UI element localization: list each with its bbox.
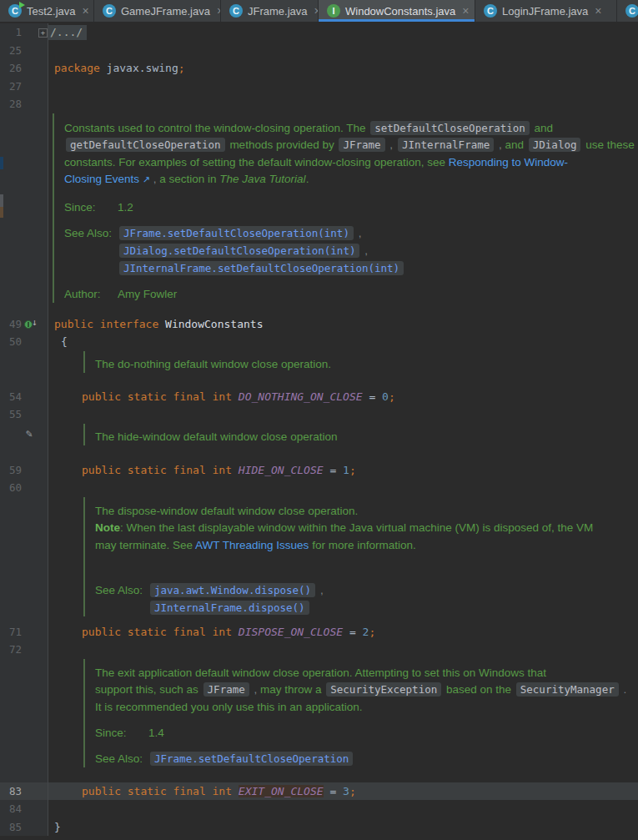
rendered-javadoc: Constants used to control the window-clo… — [53, 113, 638, 303]
doc-tag-label: See Also: — [64, 224, 118, 242]
class-icon: C — [229, 4, 243, 18]
rendered-javadoc: The hide-window default window close ope… — [83, 424, 638, 446]
doc-text: 1.2 — [118, 201, 133, 214]
tab-gamejframe-java[interactable]: CGameJFrame.java× — [94, 0, 221, 22]
code-line-content[interactable] — [48, 800, 638, 818]
tab-jframe-java[interactable]: CJFrame.java× — [221, 0, 319, 22]
edit-comment-pencil-icon[interactable]: ✎ — [26, 428, 33, 439]
class-icon: C — [103, 4, 116, 18]
code-line-content[interactable]: public static final int HIDE_ON_CLOSE = … — [48, 461, 638, 480]
doc-text-italic: The Java Tutorial — [219, 173, 305, 185]
gutter: 54 — [0, 388, 48, 406]
gutter: 83 — [0, 782, 48, 801]
see-also-link[interactable]: JInternalFrame.setDefaultCloseOperation(… — [119, 261, 404, 275]
see-also-link[interactable]: JFrame.setDefaultCloseOperation — [150, 752, 353, 766]
doc-comment-content[interactable]: Constants used to control the window-clo… — [48, 113, 638, 315]
tab-test2-java[interactable]: CTest2.java× — [0, 0, 94, 22]
doc-paragraph-line: The dispose-window default window close … — [95, 503, 638, 521]
tab-loginjframe-java[interactable]: CLoginJFrame.java× — [475, 0, 617, 22]
code-line-content[interactable] — [48, 405, 638, 424]
code-line-content[interactable]: { — [48, 333, 638, 351]
gutter — [0, 659, 48, 782]
tab-close-icon[interactable]: × — [595, 5, 601, 17]
line-number: 71 — [0, 623, 22, 641]
code-punctuation: ; — [369, 626, 375, 638]
see-also-link[interactable]: java.awt.Window.dispose() — [150, 583, 315, 597]
doc-text: : When the last displayable window withi… — [120, 521, 593, 534]
doc-text: and — [531, 122, 553, 134]
see-also-link[interactable]: JFrame.setDefaultCloseOperation(int) — [119, 226, 354, 240]
doc-text: and — [505, 138, 527, 151]
doc-text: The hide-window default window close ope… — [95, 430, 337, 443]
code-line-content[interactable] — [48, 42, 638, 60]
doc-comment-block: The dispose-window default window close … — [0, 497, 638, 623]
tab-close-icon[interactable]: × — [462, 5, 469, 17]
doc-comment-content[interactable]: The do-nothing default window close oper… — [48, 351, 638, 388]
doc-separator: , — [251, 683, 260, 696]
doc-paragraph-line: Note: When the last displayable window w… — [95, 520, 638, 537]
doc-paragraph-line: The exit application default window clos… — [95, 665, 638, 682]
fold-expand-icon[interactable]: + — [38, 28, 48, 38]
gutter: 72 — [0, 641, 48, 659]
doc-comment-content[interactable]: The dispose-window default window close … — [48, 497, 638, 623]
gutter: 49↓ — [0, 315, 48, 334]
see-also-link[interactable]: JInternalFrame.dispose() — [150, 601, 309, 615]
doc-comment-block: The exit application default window clos… — [0, 659, 638, 782]
doc-spacer — [64, 189, 638, 199]
doc-comment-content[interactable]: The exit application default window clos… — [48, 659, 638, 782]
marker-brown — [0, 207, 3, 218]
code-line: 49↓public interface WindowConstants — [0, 315, 638, 334]
code-editor[interactable]: 1+/.../2526package javax.swing;2728Const… — [0, 22, 638, 840]
tab-src-[interactable]: Csrc\ — [617, 0, 638, 22]
gutter: 1+ — [0, 23, 48, 42]
doc-comment-content[interactable]: The hide-window default window close ope… — [48, 424, 638, 461]
code-line-content[interactable]: public static final int DISPOSE_ON_CLOSE… — [48, 623, 638, 641]
gutter: 71 — [0, 623, 48, 641]
code-line-content[interactable]: /.../ — [48, 23, 638, 42]
line-number: 85 — [0, 818, 22, 837]
type-name: WindowConstants — [165, 318, 263, 330]
tab-windowconstants-java[interactable]: IWindowConstants.java× — [319, 0, 475, 22]
doc-link[interactable]: Closing Events — [64, 173, 143, 185]
inline-code-chip: JFrame — [203, 682, 249, 697]
code-line-content[interactable] — [48, 95, 638, 113]
doc-tag-row: Since:1.2 — [64, 199, 638, 216]
code-number: 1 — [343, 464, 349, 476]
code-text: = — [343, 626, 362, 638]
rendered-javadoc: The do-nothing default window close oper… — [83, 351, 638, 374]
doc-link[interactable]: Responding to Window- — [449, 156, 568, 169]
doc-spacer — [64, 216, 638, 224]
external-link-icon[interactable]: ↗ — [143, 174, 150, 184]
gutter: 55 — [0, 405, 48, 424]
code-line: 28 — [0, 95, 638, 113]
doc-link[interactable]: AWT Threading Issues — [195, 539, 309, 551]
rendered-javadoc: The dispose-window default window close … — [83, 497, 638, 617]
doc-tag-row: See Also:JFrame.setDefaultCloseOperation — [95, 750, 638, 767]
code-line-content[interactable]: public static final int EXIT_ON_CLOSE = … — [48, 782, 638, 801]
code-line-content[interactable]: public interface WindowConstants — [48, 315, 638, 334]
doc-spacer — [64, 277, 638, 285]
implemented-by-icon[interactable]: ↓ — [24, 319, 43, 329]
code-text: javax.swing — [100, 62, 178, 74]
tab-close-icon[interactable]: × — [83, 5, 89, 17]
line-number: 27 — [0, 78, 22, 96]
doc-tag-row: See Also:JFrame.setDefaultCloseOperation… — [64, 224, 638, 242]
line-number: 84 — [0, 800, 22, 818]
constant-name: DO_NOTHING_ON_CLOSE — [239, 390, 363, 403]
doc-comment-block: ✎The hide-window default window close op… — [0, 424, 638, 461]
doc-comment-block: The do-nothing default window close oper… — [0, 351, 638, 388]
code-line-content[interactable] — [48, 78, 638, 96]
inline-code-chip: SecurityManager — [516, 682, 619, 697]
code-line-content[interactable] — [48, 479, 638, 497]
gutter — [0, 113, 48, 315]
code-line-content[interactable]: } — [48, 818, 638, 837]
line-number: 28 — [0, 95, 22, 113]
doc-separator: , — [355, 227, 362, 239]
code-text: = — [324, 464, 343, 476]
see-also-link[interactable]: JDialog.setDefaultCloseOperation(int) — [119, 244, 359, 258]
code-text: = — [324, 785, 343, 797]
code-line-content[interactable] — [48, 641, 638, 659]
code-keyword: public static final int — [82, 626, 239, 638]
code-line-content[interactable]: public static final int DO_NOTHING_ON_CL… — [48, 388, 638, 406]
code-line-content[interactable]: package javax.swing; — [48, 59, 638, 78]
